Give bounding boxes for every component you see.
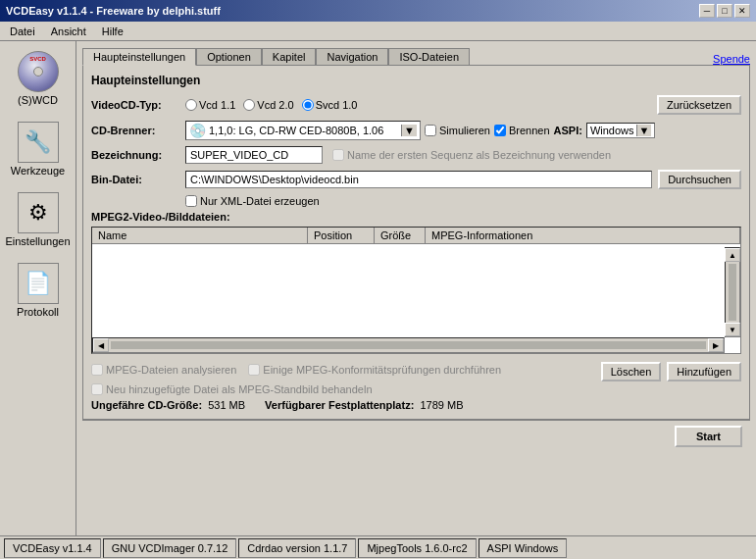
videocd-typ-row: VideoCD-Typ: Vcd 1.1 Vcd 2.0 Svcd 1.0 Zu…	[91, 95, 741, 115]
brennen-check[interactable]: Brennen	[494, 125, 550, 136]
tab-optionen[interactable]: Optionen	[196, 48, 262, 66]
taskbar-mjpegtools[interactable]: MjpegTools 1.6.0-rc2	[358, 538, 476, 558]
sidebar: SVCD (S)WCD 🔧 Werkzeuge ⚙ Einstellungen …	[0, 41, 76, 535]
standbild-check[interactable]: Neu hinzugefügte Datei als MPEG-Standbil…	[91, 383, 373, 395]
werkzeuge-label: Werkzeuge	[11, 165, 65, 177]
einstellungen-icon: ⚙	[18, 192, 59, 233]
bezeichnung-check[interactable]: Name der ersten Sequenz als Bezeichnung …	[332, 149, 611, 161]
festplatz-label: Verfügbarer Festplattenplatz: 1789 MB	[265, 399, 463, 411]
aspi-label: ASPI:	[554, 125, 582, 136]
radio-vcd20[interactable]: Vcd 2.0	[243, 99, 293, 111]
tab-navigation[interactable]: Navigation	[316, 48, 388, 66]
festplatz-value: 1789 MB	[420, 399, 463, 411]
sidebar-item-swcd[interactable]: SVCD (S)WCD	[4, 47, 73, 110]
col-mpeg-info: MPEG-Informationen	[426, 228, 740, 243]
donate-link[interactable]: Spende	[713, 53, 750, 65]
content-area: Haupteinstellungen Optionen Kapitel Navi…	[76, 41, 756, 535]
bottom-checks-row2: Neu hinzugefügte Datei als MPEG-Standbil…	[91, 383, 741, 395]
cd-groesse-label: Ungefähre CD-Größe: 531 MB	[91, 399, 245, 411]
taskbar-vcdimager[interactable]: GNU VCDImager 0.7.12	[103, 538, 237, 558]
bezeichnung-row: Bezeichnung: Name der ersten Sequenz als…	[91, 146, 741, 164]
bin-datei-input[interactable]	[185, 171, 652, 188]
reset-button[interactable]: Zurücksetzen	[657, 95, 741, 115]
cd-brenner-row: CD-Brenner: 💿 1,1,0: LG, CD-RW CED-8080B…	[91, 121, 741, 140]
main-container: SVCD (S)WCD 🔧 Werkzeuge ⚙ Einstellungen …	[0, 41, 756, 535]
brenner-dropdown-icon[interactable]: ▼	[401, 125, 417, 136]
brenner-value: 1,1,0: LG, CD-RW CED-8080B, 1.06	[209, 125, 398, 136]
analyse-check[interactable]: MPEG-Dateien analysieren	[91, 364, 236, 376]
sidebar-item-werkzeuge[interactable]: 🔧 Werkzeuge	[4, 118, 73, 180]
tab-iso-dateien[interactable]: ISO-Dateien	[388, 48, 470, 66]
mpeg-section-label: MPEG2-Video-/Bilddateien:	[91, 211, 741, 223]
scroll-left-btn[interactable]: ◀	[93, 338, 109, 352]
table-header: Name Position Größe MPEG-Informationen	[92, 228, 740, 244]
videocd-typ-label: VideoCD-Typ:	[91, 99, 179, 111]
vertical-scrollbar[interactable]: ▲ ▼	[725, 247, 740, 337]
scrollbar-track[interactable]	[111, 341, 706, 349]
col-name: Name	[92, 228, 308, 243]
einstellungen-label: Einstellungen	[5, 235, 70, 247]
window-controls: ─ □ ✕	[699, 4, 750, 18]
table-area: Name Position Größe MPEG-Informationen ◀…	[92, 228, 740, 353]
mpeg-table: Name Position Größe MPEG-Informationen ◀…	[91, 227, 741, 354]
scroll-down-btn[interactable]: ▼	[725, 323, 740, 336]
hinzufuegen-button[interactable]: Hinzufügen	[667, 362, 741, 381]
loeschen-button[interactable]: Löschen	[601, 362, 662, 381]
cd-groesse-value: 531 MB	[208, 399, 245, 411]
horizontal-scrollbar[interactable]: ◀ ▶	[92, 337, 725, 353]
tab-haupteinstellungen[interactable]: Haupteinstellungen	[82, 48, 196, 66]
cd-brenner-label: CD-Brenner:	[91, 125, 179, 136]
taskbar-vcdeasy[interactable]: VCDEasy v1.1.4	[4, 538, 101, 558]
start-area: Start	[82, 420, 750, 451]
menu-ansicht[interactable]: Ansicht	[47, 25, 90, 38]
start-button[interactable]: Start	[675, 426, 742, 447]
bezeichnung-input[interactable]	[185, 146, 323, 164]
swcd-icon: SVCD	[18, 51, 59, 92]
tab-kapitel[interactable]: Kapitel	[262, 48, 317, 66]
taskbar: VCDEasy v1.1.4 GNU VCDImager 0.7.12 Cdrd…	[0, 535, 756, 559]
scroll-right-btn[interactable]: ▶	[708, 338, 724, 352]
radio-vcd11[interactable]: Vcd 1.1	[185, 99, 235, 111]
bin-datei-row: Bin-Datei: Durchsuchen	[91, 170, 741, 189]
bottom-checks-row1: MPEG-Dateien analysieren Einige MPEG-Kon…	[91, 358, 741, 381]
protokoll-icon: 📄	[18, 263, 59, 304]
action-buttons: Löschen Hinzufügen	[601, 362, 741, 381]
minimize-button[interactable]: ─	[699, 4, 715, 18]
window-title: VCDEasy v1.1.4 - Freeware by delphi.stuf…	[6, 5, 221, 17]
tabs: Haupteinstellungen Optionen Kapitel Navi…	[82, 47, 470, 65]
sidebar-item-einstellungen[interactable]: ⚙ Einstellungen	[4, 188, 73, 251]
radio-svcd10[interactable]: Svcd 1.0	[302, 99, 358, 111]
taskbar-aspi[interactable]: ASPI Windows	[479, 538, 568, 558]
menu-datei[interactable]: Datei	[6, 25, 39, 38]
title-bar: VCDEasy v1.1.4 - Freeware by delphi.stuf…	[0, 0, 756, 22]
swcd-label: (S)WCD	[18, 94, 58, 106]
bezeichnung-label: Bezeichnung:	[91, 149, 179, 161]
maximize-button[interactable]: □	[717, 4, 732, 18]
simulieren-check[interactable]: Simulieren	[425, 125, 490, 136]
menu-bar: Datei Ansicht Hilfe	[0, 22, 756, 41]
aspi-value: Windows	[590, 125, 634, 136]
bin-datei-label: Bin-Datei:	[91, 174, 179, 185]
v-scrollbar-track[interactable]	[729, 264, 736, 321]
aspi-dropdown-icon[interactable]: ▼	[636, 125, 652, 136]
panel-title: Haupteinstellungen	[91, 74, 741, 87]
menu-hilfe[interactable]: Hilfe	[98, 25, 127, 38]
taskbar-cdrdao[interactable]: Cdrdao version 1.1.7	[238, 538, 356, 558]
xml-only-row: Nur XML-Datei erzeugen	[185, 195, 741, 207]
konform-check[interactable]: Einige MPEG-Konformitätsprüfungen durchf…	[248, 364, 501, 376]
table-body	[92, 244, 740, 334]
durchsuchen-button[interactable]: Durchsuchen	[658, 170, 741, 189]
status-row: Ungefähre CD-Größe: 531 MB Verfügbarer F…	[91, 399, 741, 411]
col-groesse: Größe	[375, 228, 426, 243]
werkzeuge-icon: 🔧	[18, 122, 59, 163]
sidebar-item-protokoll[interactable]: 📄 Protokoll	[4, 259, 73, 322]
videocd-typ-radio-group: Vcd 1.1 Vcd 2.0 Svcd 1.0	[185, 99, 357, 111]
close-button[interactable]: ✕	[734, 4, 750, 18]
protokoll-label: Protokoll	[17, 306, 59, 318]
col-position: Position	[308, 228, 375, 243]
main-panel: Haupteinstellungen VideoCD-Typ: Vcd 1.1 …	[82, 65, 750, 420]
xml-only-check[interactable]: Nur XML-Datei erzeugen	[185, 195, 741, 207]
scroll-up-btn[interactable]: ▲	[725, 248, 740, 262]
